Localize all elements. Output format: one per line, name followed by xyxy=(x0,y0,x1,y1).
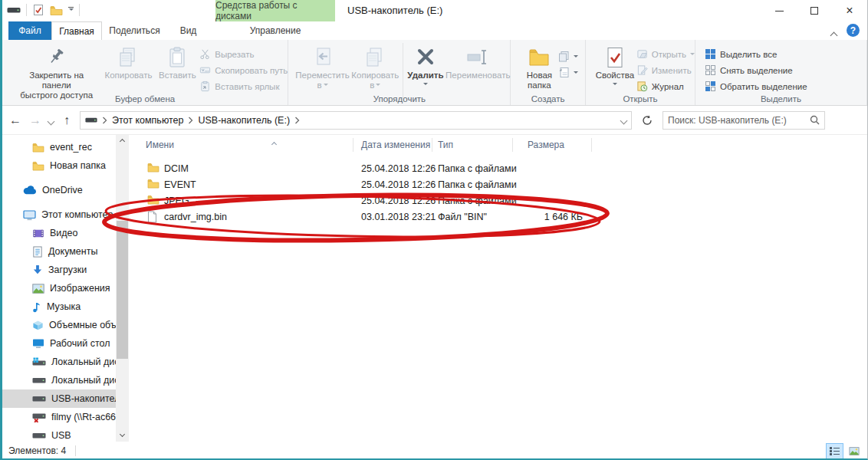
easy-access-button[interactable] xyxy=(558,49,578,64)
column-separator[interactable] xyxy=(432,138,432,152)
tab-share[interactable]: Поделиться xyxy=(102,21,167,40)
sidebar-item-local-disk-d[interactable]: Локальный диск xyxy=(2,371,116,389)
new-item-icon xyxy=(558,51,570,62)
sidebar-item-videos[interactable]: Видео xyxy=(2,224,116,242)
properties-icon[interactable] xyxy=(32,4,44,16)
sidebar-item-onedrive[interactable]: OneDrive xyxy=(2,181,116,199)
open-button[interactable]: Открыть xyxy=(636,47,695,61)
sidebar-item-downloads[interactable]: Загрузки xyxy=(2,261,116,279)
select-none-button[interactable]: Снять выделение xyxy=(705,63,807,77)
column-header-size[interactable]: Размера xyxy=(528,140,564,150)
scrollbar-thumb[interactable] xyxy=(117,221,128,359)
back-button[interactable]: ← xyxy=(8,113,22,127)
column-separator[interactable] xyxy=(512,138,513,152)
properties-button[interactable]: Свойства xyxy=(593,43,636,87)
address-dropdown-button[interactable] xyxy=(621,115,626,126)
navigation-bar: ← → ↑ Этот компьютер USB-накопитель (E:) xyxy=(2,106,867,135)
file-rows: DCIM 25.04.2018 12:26 Папка с файлами EV… xyxy=(129,161,867,225)
copy-to-button[interactable]: Копировать в xyxy=(350,43,400,90)
refresh-button[interactable] xyxy=(638,111,656,130)
cut-button[interactable]: Вырезать xyxy=(199,47,288,61)
new-folder-qat-icon[interactable] xyxy=(50,5,63,16)
breadcrumb-chevron-icon xyxy=(294,117,300,124)
3d-objects-icon xyxy=(32,320,44,331)
tab-manage[interactable]: Управление xyxy=(215,21,335,40)
chevron-down-icon xyxy=(574,71,578,76)
table-row-event[interactable]: EVENT 25.04.2018 12:26 Папка с файлами xyxy=(129,177,867,193)
maximize-button[interactable] xyxy=(797,0,832,21)
copy-path-button[interactable]: Скопировать путь xyxy=(199,63,288,77)
sidebar-item-network-drive-filmy[interactable]: filmy (\\Rt-ac66u xyxy=(2,408,116,426)
sidebar-item-new-folder[interactable]: Новая папка xyxy=(2,156,116,175)
select-all-button[interactable]: Выделить все xyxy=(705,47,807,61)
main-area: event_rec Новая папка OneDrive Этот комп… xyxy=(2,135,867,442)
folder-icon xyxy=(147,195,159,205)
help-button[interactable]: ? xyxy=(847,24,860,37)
sidebar-item-music[interactable]: Музыка xyxy=(2,297,116,316)
scroll-up-button[interactable] xyxy=(116,135,129,148)
table-row-jpeg[interactable]: JPEG 25.04.2018 12:26 Папка с файлами xyxy=(129,193,867,209)
thumbnails-view-button[interactable] xyxy=(845,443,863,459)
sidebar-item-this-pc[interactable]: Этот компьютер xyxy=(2,205,116,224)
rename-button[interactable]: Переименовать xyxy=(446,43,510,80)
column-separator[interactable] xyxy=(591,138,592,152)
breadcrumb-usb-drive[interactable]: USB-накопитель (E:) xyxy=(198,115,290,126)
toolbar-separator xyxy=(79,4,80,16)
customize-qat-chevron-icon[interactable] xyxy=(68,7,74,14)
open-file-icon xyxy=(636,48,648,60)
group-label-organize: Упорядочить xyxy=(288,94,510,104)
up-button[interactable]: ↑ xyxy=(60,113,74,127)
sidebar-item-event-rec[interactable]: event_rec xyxy=(2,138,116,156)
invert-selection-button[interactable]: Обратить выделение xyxy=(705,79,807,94)
move-to-button[interactable]: Переместить в xyxy=(294,43,350,90)
tab-file[interactable]: Файл xyxy=(8,21,51,40)
table-row-dcim[interactable]: DCIM 25.04.2018 12:26 Папка с файлами xyxy=(129,161,867,177)
sidebar-item-usb-clipped[interactable]: USB xyxy=(2,426,116,442)
chevron-down-icon xyxy=(324,84,328,88)
scroll-down-button[interactable] xyxy=(116,429,129,442)
delete-x-icon xyxy=(414,44,437,71)
new-folder-button[interactable]: Новая папка xyxy=(520,43,558,90)
pin-to-quick-access-button[interactable]: Закрепить на панели быстрого доступа xyxy=(12,43,101,100)
paste-button[interactable]: Вставить xyxy=(156,43,200,80)
folder-icon xyxy=(147,163,159,172)
forward-button[interactable]: → xyxy=(28,113,42,127)
minimize-icon xyxy=(775,11,784,12)
close-button[interactable]: × xyxy=(832,0,867,21)
search-icon[interactable] xyxy=(810,115,820,125)
new-item-menu-button[interactable] xyxy=(558,65,578,80)
view-toggle-buttons xyxy=(826,443,863,459)
paste-shortcut-button[interactable]: Вставить ярлык xyxy=(199,79,288,94)
sidebar-item-documents[interactable]: Документы xyxy=(2,242,116,261)
details-view-button[interactable] xyxy=(826,443,843,459)
breadcrumb-chevron-icon xyxy=(102,117,107,124)
column-header-name[interactable]: Имени xyxy=(146,140,174,150)
window-controls: × xyxy=(761,0,867,21)
invert-selection-icon xyxy=(705,80,716,92)
history-button[interactable]: Журнал xyxy=(636,79,695,94)
search-input[interactable] xyxy=(668,115,810,126)
edit-button[interactable]: Изменить xyxy=(636,63,695,77)
tab-home[interactable]: Главная xyxy=(51,21,102,40)
contextual-tab-group: Средства работы с дисками xyxy=(215,0,335,21)
minimize-button[interactable] xyxy=(761,0,797,21)
table-row-cardvr-img-bin[interactable]: cardvr_img.bin 03.01.2018 23:21 Файл "BI… xyxy=(129,209,867,225)
breadcrumb-this-pc[interactable]: Этот компьютер xyxy=(112,115,183,126)
recent-locations-button[interactable] xyxy=(48,113,54,127)
sidebar-scrollbar[interactable] xyxy=(116,135,129,442)
address-bar[interactable]: Этот компьютер USB-накопитель (E:) xyxy=(80,111,632,130)
column-header-date[interactable]: Дата изменения xyxy=(361,140,430,150)
copy-button[interactable]: Копировать xyxy=(101,43,155,80)
sidebar-item-desktop[interactable]: Рабочий стол xyxy=(2,334,116,353)
sidebar-item-usb-drive[interactable]: USB-накопитель xyxy=(2,389,116,408)
sidebar-item-pictures[interactable]: Изображения xyxy=(2,279,116,297)
toolbar-separator xyxy=(26,4,27,16)
rename-icon xyxy=(466,44,489,71)
column-header-type[interactable]: Тип xyxy=(438,140,453,150)
sidebar-item-local-disk-c[interactable]: Локальный диск xyxy=(2,353,116,371)
tab-view[interactable]: Вид xyxy=(167,21,209,40)
desktop-icon xyxy=(32,338,44,349)
sidebar-item-3d-objects[interactable]: Объемные объе xyxy=(2,316,116,334)
column-separator[interactable] xyxy=(353,138,353,152)
delete-button[interactable]: Удалить xyxy=(406,43,446,87)
